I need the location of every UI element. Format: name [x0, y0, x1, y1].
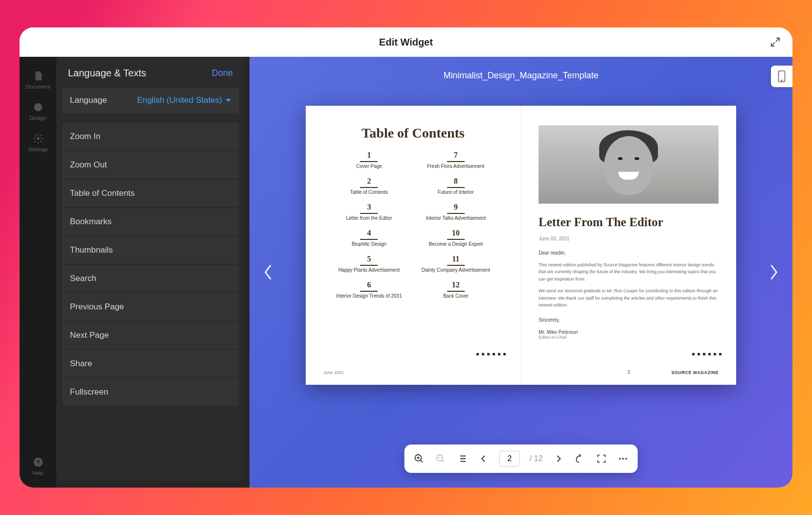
- rail-label: Help: [32, 470, 44, 476]
- text-item-thumbnails[interactable]: Thumbnails: [62, 236, 239, 264]
- chevron-right-icon: [768, 263, 779, 281]
- page-spread: Table of Contents 1Cover Page 2Table of …: [306, 106, 736, 385]
- toc-entry: 1Cover Page: [356, 151, 382, 169]
- svg-text:?: ?: [36, 459, 40, 466]
- text-item-toc[interactable]: Table of Contents: [62, 180, 239, 207]
- panel-scroll[interactable]: Language English (United States) Zoom In…: [56, 88, 245, 481]
- editor-para1: This newest edition published by Source …: [539, 261, 719, 282]
- edit-widget-window: Edit Widget Document Design Settings ? H…: [20, 27, 792, 488]
- text-item-zoom-out[interactable]: Zoom Out: [62, 151, 239, 179]
- toc-entry: 2Table of Contents: [350, 177, 388, 195]
- viewer-toolbar: / 12: [405, 445, 638, 473]
- toc-col-1: 1Cover Page 2Table of Contents 3Letter f…: [336, 151, 402, 299]
- left-rail: Document Design Settings ? Help: [20, 57, 56, 488]
- toc-entry: 10Become a Design Expert: [429, 229, 483, 247]
- done-button[interactable]: Done: [212, 68, 233, 78]
- help-icon: ?: [32, 456, 44, 468]
- nav-next-button[interactable]: [764, 258, 784, 287]
- toc-entry: 9Interior Talks Advertisement: [426, 203, 486, 221]
- document-title: Minimalist_Design_Magazine_Template: [249, 57, 792, 81]
- body: Document Design Settings ? Help Language…: [20, 57, 792, 488]
- gear-icon: [32, 133, 44, 144]
- side-panel: Language & Texts Done Language English (…: [56, 57, 249, 488]
- panel-title: Language & Texts: [68, 68, 146, 79]
- editor-photo: [539, 125, 719, 204]
- svg-point-0: [34, 103, 42, 112]
- nav-prev-button[interactable]: [258, 258, 278, 287]
- text-item-fullscreen[interactable]: Fullscreen: [62, 378, 239, 406]
- language-row[interactable]: Language English (United States): [62, 88, 239, 113]
- more-button[interactable]: [617, 453, 629, 465]
- editor-para2: We send our sincerest gratitude to Mr. R…: [539, 287, 719, 308]
- next-page-button[interactable]: [552, 453, 564, 465]
- share-button[interactable]: [574, 453, 586, 465]
- editor-name: Mr. Mike Peterson: [539, 329, 719, 335]
- text-item-bookmarks[interactable]: Bookmarks: [62, 208, 239, 235]
- svg-point-5: [781, 80, 782, 81]
- toc-title: Table of Contents: [323, 125, 503, 141]
- editor-closing: Sincerely,: [539, 317, 719, 323]
- page-total: / 12: [530, 454, 543, 463]
- language-value: English (United States): [137, 95, 222, 105]
- page-number: 3: [627, 370, 630, 375]
- language-select[interactable]: English (United States): [137, 95, 231, 105]
- svg-point-10: [625, 458, 627, 460]
- text-item-share[interactable]: Share: [62, 350, 239, 377]
- svg-point-9: [622, 458, 624, 460]
- expand-icon: [770, 37, 781, 47]
- svg-point-1: [37, 137, 40, 140]
- language-label: Language: [70, 95, 107, 105]
- text-item-search[interactable]: Search: [62, 265, 239, 292]
- expand-button[interactable]: [768, 35, 783, 49]
- rail-item-document[interactable]: Document: [20, 64, 56, 95]
- page-dots: [476, 353, 506, 355]
- toc-entry: 6Interior Design Trends of 2031: [336, 281, 402, 299]
- text-item-prev-page[interactable]: Previous Page: [62, 293, 239, 321]
- toc-col-2: 7Fresh Flora Advertisement 8Future of In…: [422, 151, 490, 299]
- titlebar-title: Edit Widget: [379, 37, 433, 48]
- chevron-right-icon: [554, 454, 563, 463]
- page-right: Letter From The Editor June 03, 2031 Dea…: [521, 106, 736, 385]
- zoom-in-button[interactable]: [413, 453, 425, 465]
- toc-button[interactable]: [456, 453, 468, 465]
- rail-item-help[interactable]: ? Help: [20, 450, 56, 482]
- panel-header: Language & Texts Done: [56, 57, 245, 88]
- toc-entry: 3Letter from the Editor: [346, 203, 392, 221]
- chevron-left-icon: [479, 454, 488, 463]
- rail-label: Settings: [28, 146, 48, 152]
- mobile-icon: [777, 70, 787, 83]
- rail-label: Document: [25, 84, 50, 90]
- fullscreen-button[interactable]: [595, 453, 607, 465]
- prev-page-button[interactable]: [478, 453, 490, 465]
- page-footer-date: June 2031: [323, 370, 344, 375]
- more-icon: [617, 453, 628, 464]
- rail-item-settings[interactable]: Settings: [20, 127, 56, 158]
- editor-greeting: Dear reader,: [539, 250, 719, 256]
- page-dots: [692, 353, 722, 355]
- toc-entry: 4Biophilic Design: [352, 229, 386, 247]
- text-item-next-page[interactable]: Next Page: [62, 322, 239, 349]
- page-input[interactable]: [499, 451, 520, 467]
- list-icon: [457, 453, 468, 464]
- fullscreen-icon: [596, 454, 606, 464]
- design-icon: [32, 101, 44, 113]
- document-icon: [32, 70, 44, 82]
- editor-role: Editor-in-Chief: [539, 335, 719, 340]
- rail-item-design[interactable]: Design: [20, 95, 56, 127]
- toc-columns: 1Cover Page 2Table of Contents 3Letter f…: [323, 151, 503, 299]
- page-brand: SOURCE MAGAZINE: [671, 370, 719, 375]
- share-icon: [574, 453, 585, 464]
- toc-entry: 5Happy Plants Advertisement: [338, 255, 400, 273]
- chevron-left-icon: [263, 263, 273, 281]
- viewer: Minimalist_Design_Magazine_Template Tabl…: [249, 57, 792, 488]
- editor-title: Letter From The Editor: [539, 215, 719, 229]
- mobile-preview-button[interactable]: [771, 66, 792, 87]
- editor-date: June 03, 2031: [539, 236, 719, 241]
- toc-entry: 7Fresh Flora Advertisement: [427, 151, 484, 169]
- text-item-zoom-in[interactable]: Zoom In: [62, 123, 239, 150]
- toc-entry: 8Future of Interior: [438, 177, 474, 195]
- chevron-down-icon: [226, 99, 231, 102]
- toc-entry: 11Dainty Company Advertisement: [422, 255, 490, 273]
- zoom-out-icon: [435, 453, 446, 464]
- page-left: Table of Contents 1Cover Page 2Table of …: [306, 106, 521, 385]
